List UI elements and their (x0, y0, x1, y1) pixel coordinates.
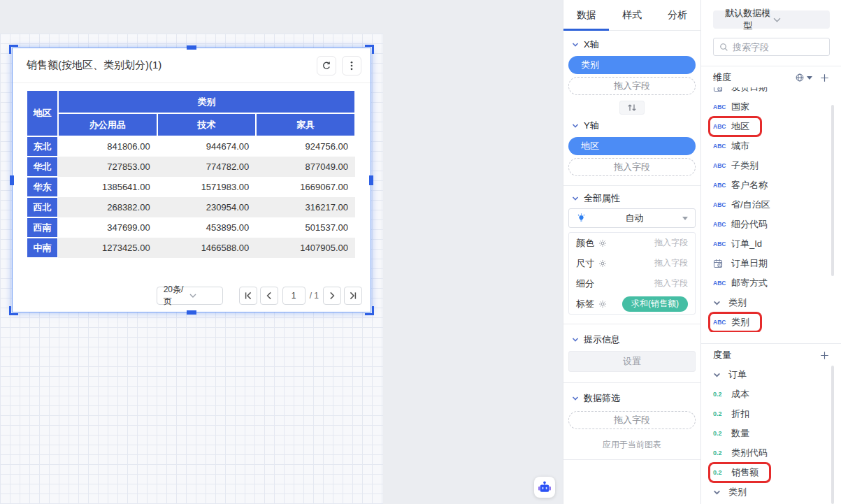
table-row: 中南 1273425.00 1466588.00 1407905.00 (27, 238, 355, 258)
field-item-measure[interactable]: 0.2 数量 (701, 424, 841, 443)
dimensions-title: 维度 (713, 71, 795, 84)
swap-axes-button[interactable] (619, 101, 645, 115)
attribute-row-color[interactable]: 颜色 拖入字段 (569, 233, 695, 253)
field-group-label: 类别 (728, 486, 747, 498)
dimensions-header: 维度 (701, 68, 841, 87)
tab-style[interactable]: 样式 (609, 0, 654, 30)
resize-handle-bottom[interactable] (187, 310, 196, 315)
divider (563, 185, 700, 186)
resize-handle-top-right[interactable] (365, 45, 374, 54)
dimension-scrollbar[interactable] (831, 105, 834, 276)
last-page-button[interactable] (344, 287, 362, 305)
y-axis-section-header[interactable]: Y轴 (568, 116, 696, 136)
resize-handle-top-left[interactable] (9, 45, 18, 54)
resize-handle-bottom-right[interactable] (365, 306, 374, 315)
chevron-left-icon (265, 291, 273, 300)
size-drop-zone[interactable]: 拖入字段 (654, 257, 688, 269)
field-item-dimension[interactable]: ABC 省/自治区 (701, 195, 841, 215)
ai-assistant-button[interactable] (534, 477, 555, 498)
field-label: 子类别 (731, 159, 759, 172)
field-item-dimension[interactable]: ABC 细分代码 (701, 215, 841, 234)
gear-icon[interactable] (598, 239, 607, 247)
x-axis-field-pill[interactable]: 类别 (568, 56, 696, 74)
label-field-pill[interactable]: 求和(销售额) (622, 296, 688, 312)
number-type-icon: 0.2 (713, 410, 726, 417)
data-filter-section-header[interactable]: 数据筛选 (568, 389, 696, 408)
field-item-dimension[interactable]: ABC 城市 (701, 136, 841, 156)
detail-drop-zone[interactable]: 拖入字段 (654, 278, 688, 289)
prev-page-button[interactable] (260, 287, 278, 305)
geo-role-button[interactable] (795, 73, 812, 82)
resize-handle-top[interactable] (187, 45, 196, 50)
detail-attr-label: 细分 (576, 278, 594, 290)
search-input[interactable] (733, 42, 824, 52)
tooltip-section-header[interactable]: 提示信息 (568, 330, 696, 350)
resize-handle-right[interactable] (369, 175, 373, 185)
field-item-dimension[interactable]: 订单日期 (701, 254, 841, 273)
gear-icon[interactable] (598, 259, 607, 268)
attribute-row-detail[interactable]: 细分 拖入字段 (569, 273, 695, 294)
filter-drop-zone[interactable]: 拖入字段 (568, 411, 696, 429)
field-label: 数量 (731, 427, 749, 440)
row-header: 中南 (27, 238, 58, 258)
gear-icon[interactable] (598, 300, 607, 308)
x-axis-section-header[interactable]: X轴 (568, 35, 696, 55)
attribute-mode-select[interactable]: 自动 (568, 208, 696, 228)
page-size-select[interactable]: 20条/页 (157, 287, 223, 305)
measure-scrollbar[interactable] (831, 366, 834, 504)
attribute-row-label[interactable]: 标签 求和(销售额) (569, 294, 695, 314)
table-cell: 453895.00 (157, 217, 257, 238)
tooltip-settings-button[interactable]: 设置 (568, 351, 696, 372)
refresh-button[interactable] (317, 56, 336, 75)
table-widget[interactable]: 销售额(按地区、类别划分)(1) 地区 类别 (12, 48, 371, 312)
field-item-dimension-highlighted[interactable]: ABC 类别 (701, 312, 841, 332)
field-item-measure[interactable]: 0.2 折扣 (701, 404, 841, 424)
field-item-measure-highlighted[interactable]: 0.2 销售额 (701, 463, 841, 482)
y-axis-title: Y轴 (584, 120, 599, 132)
field-group-dimension[interactable]: 类别 (701, 293, 841, 312)
y-axis-field-pill[interactable]: 地区 (568, 137, 696, 155)
resize-handle-bottom-left[interactable] (9, 306, 18, 315)
field-item-dimension-highlighted[interactable]: ABC 地区 (701, 117, 841, 136)
x-axis-drop-zone[interactable]: 拖入字段 (568, 77, 696, 95)
field-item-dimension[interactable]: 发货日期 (701, 87, 841, 97)
all-attributes-section-header[interactable]: 全部属性 (568, 189, 696, 208)
dashboard-canvas[interactable]: 销售额(按地区、类别划分)(1) 地区 类别 (0, 0, 563, 504)
tab-data[interactable]: 数据 (563, 0, 609, 30)
table-cell: 877049.00 (256, 157, 355, 177)
first-page-button[interactable] (239, 287, 257, 305)
chevron-down-icon (713, 489, 723, 496)
field-item-measure[interactable]: 0.2 成本 (701, 384, 841, 404)
field-item-dimension[interactable]: ABC 邮寄方式 (701, 273, 841, 293)
add-measure-button[interactable] (820, 351, 829, 360)
field-label: 客户名称 (731, 179, 768, 192)
y-axis-drop-zone[interactable]: 拖入字段 (568, 158, 696, 176)
field-item-dimension[interactable]: ABC 子类别 (701, 156, 841, 175)
field-label: 订单_Id (731, 238, 762, 250)
field-group-measure[interactable]: 订单 (701, 365, 841, 384)
field-label: 发货日期 (731, 87, 768, 94)
color-drop-zone[interactable]: 拖入字段 (654, 237, 688, 249)
field-item-dimension[interactable]: ABC 订单_Id (701, 234, 841, 254)
table-cell: 727853.00 (58, 157, 157, 177)
divider (701, 343, 841, 344)
table-row: 东北 841806.00 944674.00 924756.00 (27, 136, 355, 157)
attribute-row-size[interactable]: 尺寸 拖入字段 (569, 253, 695, 273)
table-cell: 1669067.00 (256, 177, 355, 197)
page-number-input[interactable] (282, 287, 306, 305)
tab-analysis[interactable]: 分析 (655, 0, 700, 30)
more-options-button[interactable] (342, 56, 361, 75)
resize-handle-left[interactable] (10, 175, 14, 185)
data-model-select[interactable]: 默认数据模型 (713, 10, 830, 29)
add-dimension-button[interactable] (820, 73, 829, 82)
chevron-down-icon (773, 17, 824, 22)
field-group-label: 订单 (728, 368, 747, 381)
field-item-measure[interactable]: 0.2 类别代码 (701, 443, 841, 463)
annotation-red-box: 0.2 销售额 (708, 462, 771, 483)
next-page-button[interactable] (323, 287, 341, 305)
field-item-dimension[interactable]: ABC 客户名称 (701, 175, 841, 195)
field-group-measure[interactable]: 类别 (701, 482, 841, 502)
field-item-dimension[interactable]: ABC 国家 (701, 97, 841, 117)
data-filter-title: 数据筛选 (584, 392, 620, 405)
field-search[interactable] (713, 38, 830, 56)
